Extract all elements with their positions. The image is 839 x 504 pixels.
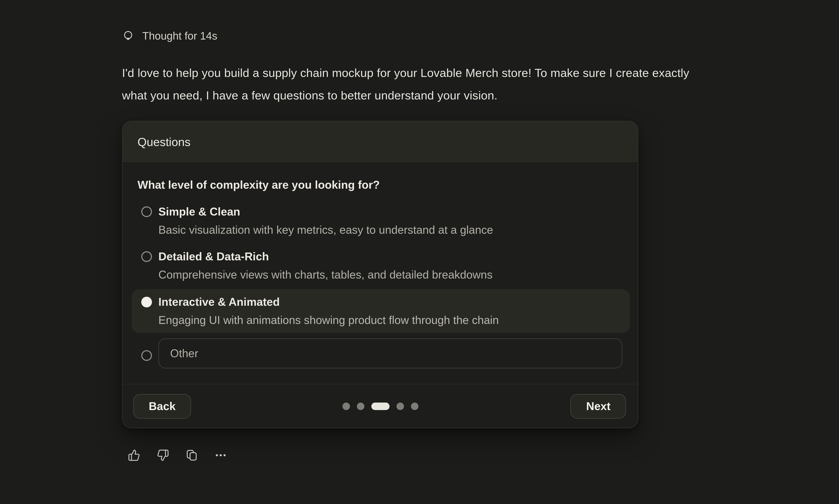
pagination-dots <box>342 402 418 410</box>
message-actions <box>128 449 753 461</box>
radio-icon[interactable] <box>141 350 152 361</box>
assistant-message: Thought for 14s I'd love to help you bui… <box>122 29 753 462</box>
pagination-dot <box>357 402 364 410</box>
radio-icon[interactable] <box>141 251 152 262</box>
option-description: Comprehensive views with charts, tables,… <box>158 266 493 284</box>
questions-card-footer: Back Next <box>123 384 638 428</box>
option-interactive-animated[interactable]: Interactive & Animated Engaging UI with … <box>132 289 630 333</box>
pagination-dot-active <box>371 402 389 410</box>
lightbulb-icon <box>122 30 134 42</box>
more-button[interactable] <box>214 449 227 461</box>
option-title: Simple & Clean <box>158 202 493 221</box>
option-simple-clean[interactable]: Simple & Clean Basic visualization with … <box>132 199 630 242</box>
option-title: Interactive & Animated <box>158 293 499 311</box>
option-description: Engaging UI with animations showing prod… <box>158 311 499 329</box>
copy-icon <box>186 449 198 461</box>
thumbs-up-icon <box>128 449 140 461</box>
option-text: Interactive & Animated Engaging UI with … <box>158 293 499 329</box>
option-title: Detailed & Data-Rich <box>158 248 493 266</box>
questions-card-header: Questions <box>123 121 638 163</box>
thumbs-down-button[interactable] <box>157 449 169 461</box>
copy-button[interactable] <box>186 449 198 461</box>
option-detailed-data-rich[interactable]: Detailed & Data-Rich Comprehensive views… <box>132 244 630 287</box>
card-title: Questions <box>138 135 191 149</box>
thought-toggle[interactable]: Thought for 14s <box>122 29 217 43</box>
ellipsis-icon <box>214 449 227 461</box>
pagination-dot <box>396 402 404 410</box>
thumbs-down-icon <box>157 449 169 461</box>
option-other[interactable] <box>132 338 630 368</box>
option-text: Detailed & Data-Rich Comprehensive views… <box>158 248 493 284</box>
other-input[interactable] <box>158 338 622 368</box>
back-button[interactable]: Back <box>133 394 191 418</box>
radio-icon[interactable] <box>141 206 152 217</box>
thought-label: Thought for 14s <box>142 30 217 42</box>
questions-card: Questions What level of complexity are y… <box>122 121 639 428</box>
option-description: Basic visualization with key metrics, ea… <box>158 221 493 239</box>
thumbs-up-button[interactable] <box>128 449 140 461</box>
question-text: What level of complexity are you looking… <box>138 179 630 192</box>
pagination-dot <box>342 402 350 410</box>
questions-card-body: What level of complexity are you looking… <box>123 163 638 384</box>
chat-message-area: Thought for 14s I'd love to help you bui… <box>0 0 839 504</box>
pagination-dot <box>410 402 418 410</box>
radio-icon[interactable] <box>141 297 152 307</box>
next-button[interactable]: Next <box>571 394 626 418</box>
option-text: Simple & Clean Basic visualization with … <box>158 202 493 239</box>
assistant-paragraph: I'd love to help you build a supply chai… <box>122 62 690 107</box>
